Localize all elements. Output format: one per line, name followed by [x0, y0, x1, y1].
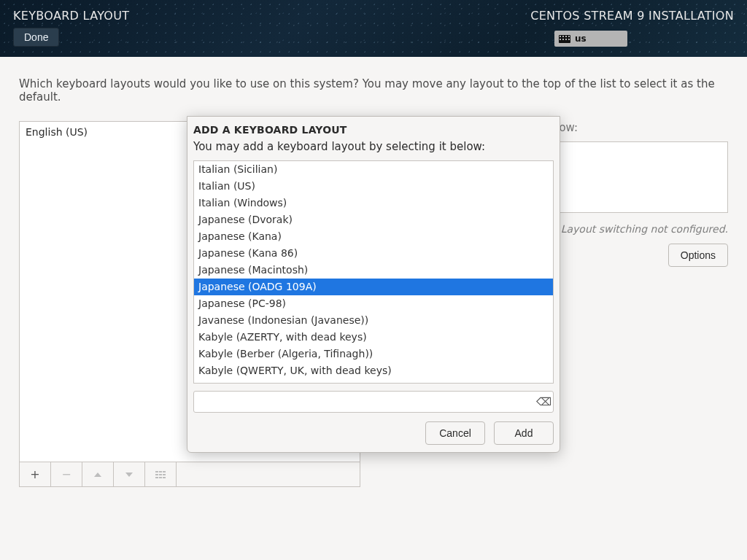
available-layout-row[interactable]: Kabyle (Berber (Algeria, Tifinagh)) [194, 346, 553, 362]
dialog-subtitle: You may add a keyboard layout by selecti… [193, 140, 554, 153]
available-layout-row[interactable]: Kabyle (QWERTY, UK, with dead keys) [194, 362, 553, 379]
product-title: CENTOS STREAM 9 INSTALLATION [530, 9, 734, 23]
available-layout-row[interactable]: Japanese (PC-98) [194, 295, 553, 312]
layout-toolbar: + − [19, 462, 360, 487]
page-title: KEYBOARD LAYOUT [13, 9, 129, 23]
add-button[interactable]: Add [494, 421, 554, 445]
available-layout-row[interactable]: Kabyle (QWERTY, US, with dead keys) [194, 379, 553, 384]
options-button[interactable]: Options [668, 244, 728, 267]
keyboard-indicator[interactable]: us [554, 31, 627, 47]
available-layout-row[interactable]: Javanese (Indonesian (Javanese)) [194, 312, 553, 329]
keyboard-icon [559, 35, 570, 43]
remove-layout-button[interactable]: − [51, 462, 82, 486]
minus-icon: − [61, 467, 71, 481]
preview-layout-button[interactable] [145, 462, 177, 486]
available-layout-row[interactable]: Italian (Sicilian) [194, 161, 553, 178]
keyboard-grid-icon [155, 471, 166, 478]
instruction-text: Which keyboard layouts would you like to… [19, 77, 728, 104]
move-up-button[interactable] [82, 462, 114, 486]
layout-search-input[interactable] [193, 391, 554, 413]
move-down-button[interactable] [114, 462, 145, 486]
keyboard-indicator-label: us [575, 34, 587, 44]
cancel-button[interactable]: Cancel [425, 421, 485, 445]
clear-search-button[interactable]: ⌫ [536, 395, 549, 408]
backspace-icon: ⌫ [536, 395, 551, 408]
available-layout-row[interactable]: Italian (US) [194, 178, 553, 195]
chevron-up-icon [94, 472, 101, 477]
available-layout-row[interactable]: Italian (Windows) [194, 195, 553, 211]
chevron-down-icon [125, 472, 133, 477]
done-button[interactable]: Done [13, 28, 59, 47]
available-layouts-list[interactable]: Italian (Sicilian)Italian (US)Italian (W… [193, 160, 554, 384]
available-layout-row[interactable]: Japanese (Macintosh) [194, 262, 553, 279]
available-layout-row[interactable]: Kabyle (AZERTY, with dead keys) [194, 329, 553, 346]
available-layout-row[interactable]: Japanese (OADG 109A) [194, 279, 553, 295]
dialog-title: ADD A KEYBOARD LAYOUT [193, 124, 554, 136]
plus-icon: + [30, 467, 39, 481]
layout-search: ⌫ [193, 391, 554, 413]
available-layout-row[interactable]: Japanese (Dvorak) [194, 211, 553, 228]
header-bar: KEYBOARD LAYOUT Done CENTOS STREAM 9 INS… [0, 0, 747, 57]
available-layout-row[interactable]: Japanese (Kana) [194, 228, 553, 245]
add-layout-dialog: ADD A KEYBOARD LAYOUT You may add a keyb… [187, 116, 560, 453]
add-layout-button[interactable]: + [20, 462, 51, 486]
available-layout-row[interactable]: Japanese (Kana 86) [194, 245, 553, 262]
